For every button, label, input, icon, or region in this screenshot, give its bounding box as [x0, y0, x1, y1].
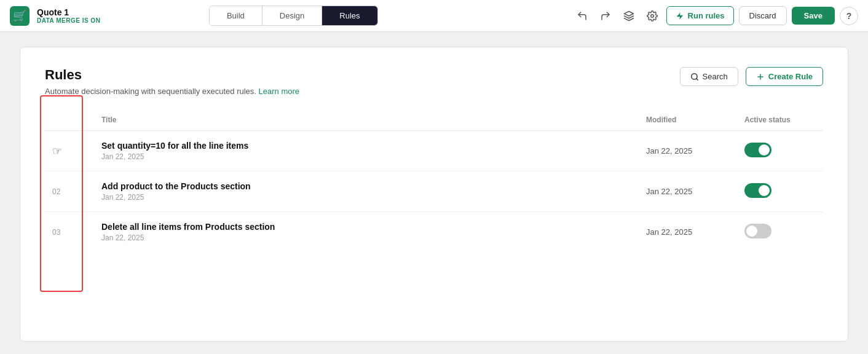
table-row: ☞ Set quantity=10 for all the line items… [45, 131, 823, 171]
settings-button[interactable] [643, 8, 661, 24]
col-modified-header: Modified [639, 111, 737, 131]
col-status-header: Active status [737, 111, 823, 131]
row-2-modified: Jan 22, 2025 [639, 171, 737, 212]
rules-title-block: Rules Automate decision-making with sequ… [45, 67, 299, 96]
app-title: Quote 1 [37, 7, 100, 17]
row-3-date: Jan 22, 2025 [101, 234, 631, 242]
row-2-date: Jan 22, 2025 [101, 193, 631, 202]
row-1-date: Jan 22, 2025 [101, 152, 631, 161]
row-3-title-cell[interactable]: Delete all line items from Products sect… [94, 212, 639, 253]
svg-line-3 [696, 78, 698, 80]
row-3-toggle[interactable] [744, 224, 771, 238]
nav-tabs: Build Design Rules [209, 6, 378, 26]
rules-subtitle: Automate decision-making with sequential… [45, 87, 299, 96]
cursor-icon: ☞ [52, 145, 62, 157]
create-rule-button[interactable]: Create Rule [746, 67, 823, 86]
row-1-title: Set quantity=10 for all the line items [101, 141, 631, 151]
row-1-toggle-slider [744, 143, 771, 157]
row-3-title: Delete all line items from Products sect… [101, 222, 631, 232]
row-3-status [737, 212, 823, 253]
run-rules-button[interactable]: Run rules [666, 6, 734, 25]
tab-build[interactable]: Build [210, 6, 262, 25]
row-2-title: Add product to the Products section [101, 181, 631, 191]
row-3-modified: Jan 22, 2025 [639, 212, 737, 253]
row-2-status [737, 171, 823, 212]
app-subtitle: DATA MERGE IS ON [37, 17, 100, 24]
row-1-status [737, 131, 823, 171]
save-button[interactable]: Save [792, 7, 835, 25]
undo-button[interactable] [573, 8, 591, 24]
main-content: Rules Automate decision-making with sequ… [0, 32, 868, 354]
content-card: Rules Automate decision-making with sequ… [20, 47, 848, 342]
row-1-title-cell[interactable]: Set quantity=10 for all the line items J… [94, 131, 639, 171]
rules-header: Rules Automate decision-making with sequ… [45, 67, 823, 96]
learn-more-link[interactable]: Learn more [259, 87, 299, 96]
tab-rules[interactable]: Rules [322, 6, 377, 25]
discard-button[interactable]: Discard [739, 6, 787, 25]
topbar: 🛒 Quote 1 DATA MERGE IS ON Build Design … [0, 0, 868, 32]
plus-icon [756, 73, 765, 81]
row-1-toggle[interactable] [744, 143, 771, 157]
redo-button[interactable] [596, 8, 615, 24]
rules-title: Rules [45, 67, 299, 83]
search-icon [690, 73, 699, 81]
row-3-toggle-slider [744, 224, 771, 238]
app-logo: 🛒 [10, 6, 30, 26]
table-row: 02 Add product to the Products section J… [45, 171, 823, 212]
svg-marker-0 [624, 11, 633, 16]
row-1-modified: Jan 22, 2025 [639, 131, 737, 171]
table-header-row: Title Modified Active status [45, 111, 823, 131]
row-2-num: 02 [45, 171, 94, 212]
rules-table: Title Modified Active status ☞ Set quant… [45, 111, 823, 252]
col-num-header [45, 111, 94, 131]
topbar-actions: Run rules Discard Save ? [573, 6, 858, 25]
row-2-title-cell[interactable]: Add product to the Products section Jan … [94, 171, 639, 212]
row-2-toggle[interactable] [744, 183, 771, 198]
row-1-num: ☞ [45, 131, 94, 171]
app-title-block: Quote 1 DATA MERGE IS ON [37, 7, 100, 24]
col-title-header: Title [94, 111, 639, 131]
row-2-toggle-slider [744, 183, 771, 198]
rules-actions: Search Create Rule [680, 67, 823, 86]
table-row: 03 Delete all line items from Products s… [45, 212, 823, 253]
svg-point-1 [650, 14, 653, 17]
layers-button[interactable] [620, 8, 638, 24]
search-button[interactable]: Search [680, 67, 738, 86]
tab-design[interactable]: Design [262, 6, 322, 25]
help-button[interactable]: ? [840, 7, 858, 25]
row-3-num: 03 [45, 212, 94, 253]
